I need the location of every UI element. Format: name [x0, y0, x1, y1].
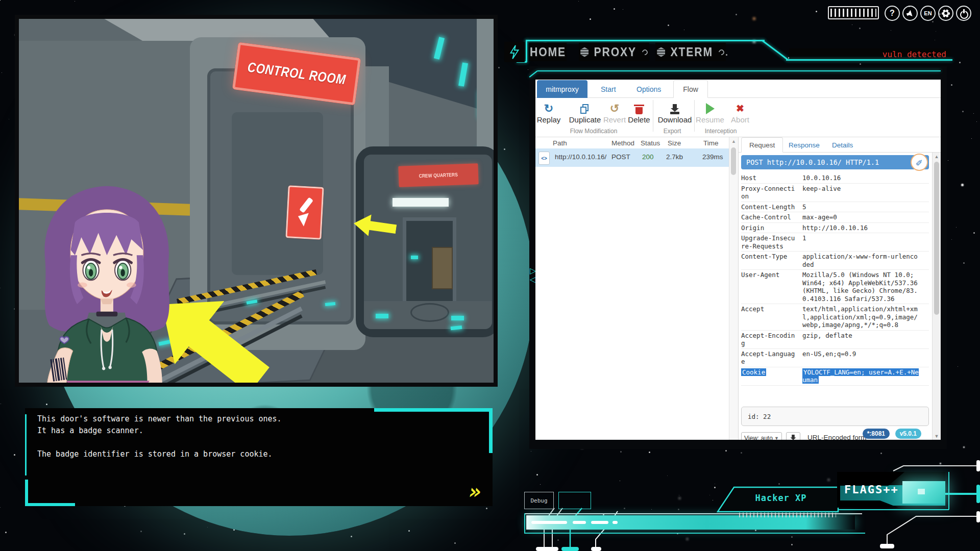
- scrollbar-thumb[interactable]: [731, 147, 736, 175]
- layers-hex-icon: [580, 47, 589, 57]
- header-row[interactable]: Originhttp://10.0.10.16: [741, 223, 929, 234]
- flow-method: POST: [611, 153, 630, 161]
- resume-button[interactable]: Resume: [692, 101, 728, 124]
- flow-status: 200: [642, 153, 654, 161]
- dialog-line: The badge identifier is stored in a brow…: [37, 448, 482, 460]
- request-headers: Host10.0.10.16 Proxy-Connectionkeep-aliv…: [741, 173, 929, 386]
- header-row[interactable]: Cache-Controlmax-age=0: [741, 212, 929, 223]
- replay-icon: ↻: [535, 101, 567, 114]
- request-line[interactable]: POST http://10.0.10.16/ HTTP/1.1: [741, 155, 929, 169]
- listen-address-badge: *:8081: [863, 429, 890, 439]
- flow-time: 239ms: [702, 153, 723, 161]
- nav-proxy[interactable]: PROXY: [579, 43, 649, 61]
- frame-border-top: [537, 70, 941, 71]
- refresh-icon: [718, 48, 725, 56]
- flow-list-pane: Path Method Status Size Time <> http://1…: [535, 137, 738, 440]
- frame-border-corner: [529, 70, 538, 78]
- xp-dash: [573, 521, 586, 524]
- header-row-cookie-selected[interactable]: Cookie YOLOCTF_LANG=en; user=A.+E.+Neuma…: [741, 367, 929, 386]
- group-export: Export: [664, 128, 681, 135]
- download-body-button[interactable]: [786, 432, 800, 440]
- content-type-label: URL-Encoded form: [807, 434, 867, 440]
- col-path[interactable]: Path: [553, 139, 567, 147]
- col-status[interactable]: Status: [641, 139, 660, 147]
- tab-start[interactable]: Start: [593, 80, 624, 98]
- tab-details[interactable]: Details: [824, 137, 861, 153]
- scroll-up-icon: ▲: [729, 137, 738, 145]
- view-mode-select[interactable]: View: auto▼: [741, 432, 782, 440]
- nav-border-slant: [762, 40, 788, 60]
- tab-mitmproxy[interactable]: mitmproxy: [537, 80, 587, 98]
- trash-icon: [621, 101, 657, 114]
- cookie-value-highlight: YOLOCTF_LANG=en; user=A.+E.+Neuman: [802, 368, 919, 384]
- power-button[interactable]: [956, 6, 971, 21]
- header-row[interactable]: Accept-Languageen-US,en;q=0.9: [741, 349, 929, 367]
- hud-comb-ticks: [739, 513, 836, 517]
- col-method[interactable]: Method: [611, 139, 634, 147]
- scrollbar-thumb[interactable]: [934, 162, 939, 315]
- nav-home-label: HOME: [530, 45, 566, 59]
- detail-tabbar: Request Response Details: [738, 137, 941, 153]
- header-row[interactable]: Accepttext/html,application/xhtml+xml,ap…: [741, 304, 929, 331]
- xp-bar-leftline: [524, 513, 525, 533]
- vuln-alert-text: vuln detected: [883, 49, 946, 59]
- col-time[interactable]: Time: [703, 139, 719, 147]
- app-root: { "topbar": { "help_label": "?", "lang_l…: [0, 0, 980, 551]
- flow-list-scrollbar[interactable]: ▲: [729, 137, 738, 440]
- header-row[interactable]: Proxy-Connectionkeep-alive: [741, 184, 929, 202]
- dialog-accent-left: [25, 414, 27, 475]
- flags-glow-block: [902, 481, 945, 504]
- header-row[interactable]: Content-Typeapplication/x-www-form-urlen…: [741, 252, 929, 270]
- inner-corridor: CREW QUARTERS: [364, 155, 492, 329]
- abort-icon: ✖: [724, 101, 756, 114]
- header-row[interactable]: Upgrade-Insecure-Requests1: [741, 233, 929, 252]
- tab-flow[interactable]: Flow: [673, 80, 708, 98]
- help-button[interactable]: ?: [885, 6, 900, 21]
- tab-request[interactable]: Request: [741, 137, 783, 153]
- replay-button[interactable]: ↻ Replay: [535, 101, 567, 124]
- scroll-down-icon: ▼: [933, 432, 941, 440]
- audio-button[interactable]: [902, 6, 918, 21]
- refresh-icon: [641, 48, 649, 56]
- nav-xterm[interactable]: XTERM: [655, 43, 726, 61]
- dialog-next-button[interactable]: »: [468, 484, 483, 499]
- download-icon: [790, 435, 797, 440]
- language-label: EN: [924, 10, 932, 16]
- debug-button[interactable]: Debug: [524, 492, 554, 509]
- abort-button[interactable]: ✖ Abort: [724, 101, 756, 124]
- proxy-window-frame: ▷◁ mitmproxy Start Options Flow ↻ Replay…: [529, 66, 947, 449]
- request-line-text: POST http://10.0.10.16/ HTTP/1.1: [746, 158, 879, 166]
- nav-border-left: [526, 40, 527, 62]
- nav-proxy-label: PROXY: [594, 45, 636, 59]
- flow-row[interactable]: <> http://10.0.10.16/ POST 200 2.7kb 239…: [535, 148, 729, 167]
- header-row[interactable]: User-AgentMozilla/5.0 (Windows NT 10.0; …: [741, 270, 929, 304]
- volume-meter[interactable]: [828, 6, 879, 19]
- scroll-up-icon: ▲: [933, 153, 941, 161]
- nav-home[interactable]: HOME: [529, 43, 567, 61]
- tab-response[interactable]: Response: [781, 137, 827, 153]
- gear-icon: [942, 9, 950, 17]
- edit-request-button[interactable]: ✎: [911, 154, 928, 171]
- download-button[interactable]: Download: [654, 101, 695, 124]
- accent-light: [411, 256, 419, 259]
- request-body-box[interactable]: id: 22: [741, 407, 929, 426]
- play-icon: [692, 101, 728, 114]
- header-row[interactable]: Content-Length5: [741, 202, 929, 213]
- tab-options[interactable]: Options: [629, 80, 669, 98]
- header-row[interactable]: Accept-Encodinggzip, deflate: [741, 331, 929, 349]
- badge-scanner-sign[interactable]: [286, 185, 324, 240]
- help-icon: ?: [890, 9, 895, 18]
- delete-button[interactable]: Delete: [621, 101, 657, 124]
- flags-panel[interactable]: FLAGS++: [837, 472, 945, 508]
- hacker-xp-label: Hacker XP: [730, 493, 832, 503]
- layers-hex-icon: [657, 47, 665, 57]
- badge-scanner-icon: [291, 193, 318, 232]
- col-size[interactable]: Size: [668, 139, 681, 147]
- volume-meter-bars: [830, 9, 876, 17]
- language-button[interactable]: EN: [920, 6, 936, 21]
- light-bar: [393, 198, 449, 207]
- settings-button[interactable]: [938, 6, 953, 21]
- header-row[interactable]: Host10.0.10.16: [741, 173, 929, 184]
- detail-scrollbar[interactable]: ▲ ▼: [932, 153, 941, 440]
- floor-hatch: [410, 303, 449, 322]
